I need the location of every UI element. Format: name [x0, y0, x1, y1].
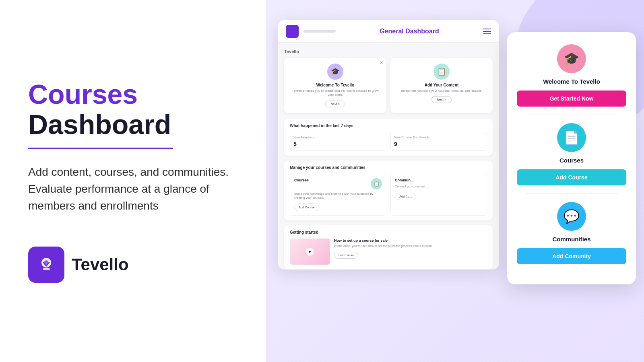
brand-icon [28, 247, 64, 283]
members-value: 5 [293, 141, 383, 147]
dash-logo-icon [286, 25, 299, 38]
learn-more-btn[interactable]: Learn more [334, 252, 358, 259]
panel-courses-title: Courses [517, 157, 626, 164]
welcome-card-desc: Tevello enables you to create and sell o… [289, 89, 382, 97]
add-content-card: 📋 Add Your Content Tevello lets you buil… [390, 58, 493, 113]
gs-content: ▶ How to set up a course for sale In thi… [290, 239, 487, 265]
heading-courses: Courses [28, 79, 138, 109]
svg-point-2 [44, 260, 49, 265]
add-course-button[interactable]: Add Course [517, 169, 626, 185]
description-text: Add content, courses, and communities. E… [28, 164, 237, 214]
gs-video-title: How to set up a course for sale [334, 239, 434, 243]
manage-heading: Manage your courses and communities [290, 165, 487, 170]
gs-video-thumbnail[interactable]: ▶ [290, 239, 330, 265]
manage-row: Courses 📋 Share your knowledge and exper… [290, 174, 487, 216]
panel-welcome-section: 🎓 Welcome To Tevello Get Started Now [517, 44, 626, 107]
communities-manage-title: Commun... [395, 178, 414, 182]
gs-video-desc: In this video, you will see how to set t… [334, 244, 434, 248]
brand-section: Tevello [28, 247, 237, 283]
add-community-small-btn[interactable]: Add Co... [395, 193, 416, 200]
heading-dashboard: Dashboard [28, 109, 171, 140]
add-content-desc: Tevello lets you build your courses, mod… [395, 89, 488, 93]
divider-2 [525, 193, 618, 194]
stats-row: New Members 5 New Course Enrollments 9 [290, 132, 487, 151]
panel-communities-icon: 💬 [557, 202, 586, 231]
add-content-title: Add Your Content [395, 83, 488, 87]
brand-name: Tevello [72, 255, 129, 274]
getting-started-heading: Getting started [290, 230, 487, 234]
communities-manage-desc: Connect w... communit... [395, 185, 483, 189]
add-content-next-btn[interactable]: Next > [431, 96, 451, 103]
communities-manage-header: Commun... [395, 178, 483, 182]
enrollments-label: New Course Enrollments [394, 136, 483, 139]
welcome-icon: 🎓 [327, 64, 343, 80]
courses-manage-header: Courses 📋 [294, 178, 382, 189]
brand-section-label: Tevello [284, 49, 493, 54]
communities-manage-item: Commun... Connect w... communit... Add C… [390, 174, 487, 216]
members-label: New Members [293, 136, 383, 139]
welcome-card-title: Welcome To Tevello [289, 83, 382, 87]
courses-manage-item: Courses 📋 Share your knowledge and exper… [290, 174, 386, 216]
enrollments-value: 9 [394, 141, 483, 147]
panel-communities-title: Communities [517, 236, 626, 243]
play-button[interactable]: ▶ [306, 248, 314, 256]
add-content-icon: 📋 [433, 64, 450, 80]
getting-started-box: Getting started ▶ How to set up a course… [284, 225, 493, 269]
enrollments-stat: New Course Enrollments 9 [390, 132, 487, 151]
add-community-button[interactable]: Add Comunity [517, 248, 626, 264]
dashboard-header: General Dashboard [278, 20, 499, 43]
dash-logo-line [303, 30, 336, 33]
card-panel: 🎓 Welcome To Tevello Get Started Now 📄 C… [507, 32, 636, 284]
courses-manage-icon: 📋 [371, 178, 382, 189]
get-started-button[interactable]: Get Started Now [517, 90, 626, 107]
welcome-card: ✕ 🎓 Welcome To Tevello Tevello enables y… [284, 58, 386, 113]
stats-heading: What happened in the last 7 days [290, 123, 487, 128]
panel-welcome-title: Welcome To Tevello [517, 78, 626, 85]
dashboard-window: General Dashboard Tevello ✕ 🎓 Welcome To… [278, 20, 499, 269]
divider-1 [525, 115, 618, 115]
courses-manage-title: Courses [294, 178, 309, 182]
stats-box: What happened in the last 7 days New Mem… [284, 119, 493, 156]
main-heading: Courses Dashboard [28, 79, 237, 140]
cards-row: ✕ 🎓 Welcome To Tevello Tevello enables y… [284, 58, 493, 113]
right-panel: General Dashboard Tevello ✕ 🎓 Welcome To… [266, 0, 644, 362]
panel-courses-icon: 📄 [557, 123, 586, 152]
heading-underline [28, 148, 173, 149]
svg-rect-1 [43, 268, 50, 270]
panel-courses-section: 📄 Courses Add Course [517, 123, 626, 185]
courses-manage-desc: Share your knowledge and expertise with … [294, 192, 382, 200]
panel-communities-section: 💬 Communities Add Comunity [517, 202, 626, 264]
dash-title: General Dashboard [341, 28, 478, 35]
add-course-small-btn[interactable]: Add Course [294, 204, 319, 211]
welcome-next-btn[interactable]: Next > [325, 101, 345, 107]
panel-welcome-icon: 🎓 [557, 44, 586, 73]
gs-text: How to set up a course for sale In this … [334, 239, 434, 265]
members-stat: New Members 5 [290, 132, 386, 151]
close-icon[interactable]: ✕ [380, 60, 383, 66]
left-panel: Courses Dashboard Add content, courses, … [0, 0, 266, 362]
manage-box: Manage your courses and communities Cour… [284, 160, 493, 221]
hamburger-icon [483, 29, 491, 34]
dashboard-body: Tevello ✕ 🎓 Welcome To Tevello Tevello e… [278, 43, 499, 269]
